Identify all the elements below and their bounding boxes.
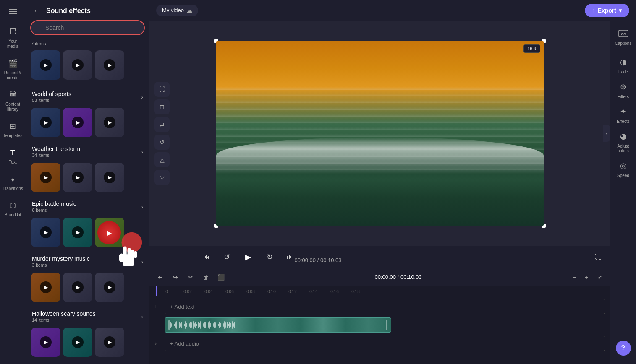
sidebar-item-your-media[interactable]: 🎞 Your media — [1, 23, 25, 52]
sound-thumb[interactable]: ▶ — [95, 163, 124, 192]
sound-thumb[interactable]: ▶ — [31, 328, 60, 357]
filters-panel-item[interactable]: ⊕ Filters — [612, 78, 635, 102]
fullscreen-toggle-button[interactable]: ⛶ — [154, 82, 170, 97]
playhead[interactable] — [156, 286, 157, 296]
play-button[interactable]: ▶ — [240, 249, 256, 265]
sidebar-item-brand-kit[interactable]: ⬡ Brand kit — [1, 196, 25, 221]
category-thumbnails: ▶ ▶ ▶ — [29, 326, 146, 361]
sound-thumb[interactable]: ▶ — [63, 218, 92, 247]
wave-bar — [204, 322, 205, 328]
video-clip[interactable] — [165, 317, 391, 333]
wave-bar — [222, 322, 222, 328]
category-world-of-sports: World of sports 53 items › ▶ ▶ ▶ — [29, 87, 146, 141]
undo-button[interactable]: ↩ — [154, 271, 166, 283]
sidebar-item-record-create[interactable]: 🎬 Record & create — [1, 54, 25, 84]
category-info: Murder mystery music 3 items — [32, 255, 90, 268]
save-button[interactable]: ⬛ — [215, 271, 227, 283]
flip-v-button[interactable]: ▽ — [154, 170, 170, 185]
redo-button[interactable]: ↪ — [170, 271, 181, 283]
sidebar-item-transitions[interactable]: ⬧ Transitions — [1, 170, 25, 195]
sidebar-item-text[interactable]: T Text — [1, 143, 25, 168]
divider — [615, 51, 632, 51]
wave-bar — [183, 322, 183, 328]
wave-bar — [233, 323, 234, 327]
category-header[interactable]: Epic battle music 6 items › — [29, 197, 146, 216]
wave-bar — [196, 324, 197, 326]
cut-button[interactable]: ✂ — [185, 271, 196, 283]
play-icon: ▶ — [104, 336, 115, 348]
sound-thumb[interactable]: ▶ — [95, 328, 124, 357]
speed-icon: ◎ — [618, 160, 629, 172]
add-audio-button[interactable]: + Add audio — [165, 336, 605, 351]
back-button[interactable]: ← — [31, 5, 43, 17]
hamburger-button[interactable] — [1, 3, 25, 20]
rewind-button[interactable]: ↺ — [220, 250, 233, 264]
sidebar-item-templates[interactable]: ⊞ Templates — [1, 117, 25, 142]
position-button[interactable]: △ — [154, 152, 170, 167]
zoom-in-button[interactable]: + — [581, 272, 592, 282]
time-display: 00:00.00 / 00:10.03 — [294, 257, 341, 263]
sound-thumb[interactable]: ▶ — [31, 273, 60, 302]
clip-handle-right[interactable] — [386, 320, 387, 330]
category-count: 53 items — [32, 98, 71, 103]
category-name: Murder mystery music — [32, 255, 90, 262]
playing-indicator[interactable]: ▶ — [97, 221, 121, 244]
sound-thumb-playing[interactable]: ▶ — [95, 218, 124, 247]
sound-thumb[interactable]: ▶ — [95, 108, 124, 137]
filters-label: Filters — [618, 94, 629, 99]
crop-button[interactable]: ⊡ — [154, 99, 170, 114]
sound-thumb[interactable]: ▶ — [31, 218, 60, 247]
wave-bar — [229, 322, 230, 328]
expand-timeline-button[interactable]: ⤢ — [595, 272, 605, 282]
forward-button[interactable]: ↻ — [263, 250, 276, 264]
wave-bar — [179, 322, 180, 328]
fullscreen-button[interactable]: ⛶ — [595, 253, 602, 261]
category-header[interactable]: World of sports 53 items › — [29, 87, 146, 106]
sound-thumb[interactable]: ▶ — [31, 50, 60, 80]
sound-thumb[interactable]: ▶ — [63, 273, 92, 302]
sound-thumb[interactable]: ▶ — [95, 50, 124, 80]
wave-bar — [186, 323, 187, 327]
wave-bar — [232, 321, 233, 329]
zoom-out-button[interactable]: − — [570, 272, 580, 282]
speed-panel-item[interactable]: ◎ Speed — [612, 156, 635, 181]
wave-bar — [234, 322, 235, 328]
sound-thumb[interactable]: ▶ — [31, 108, 60, 137]
sound-thumb[interactable]: ▶ — [31, 163, 60, 192]
collapse-right-panel-button[interactable]: ‹ — [603, 125, 610, 142]
category-header[interactable]: Halloween scary sounds 14 items › — [29, 307, 146, 326]
wave-bar — [175, 322, 176, 328]
flip-button[interactable]: ⇄ — [154, 117, 170, 132]
my-video-tab[interactable]: My video ☁ — [156, 5, 198, 16]
category-info: Epic battle music 6 items — [32, 200, 76, 213]
skip-back-button[interactable]: ⏮ — [200, 250, 213, 264]
delete-button[interactable]: 🗑 — [200, 271, 212, 283]
add-text-button[interactable]: + Add text — [165, 299, 605, 314]
wave-bar — [173, 322, 173, 328]
sound-thumb[interactable]: ▶ — [95, 273, 124, 302]
export-button[interactable]: ↑ Export ▾ — [585, 4, 629, 17]
sound-thumb[interactable]: ▶ — [63, 163, 92, 192]
wave-bar — [171, 323, 172, 327]
wave-bar — [188, 322, 188, 328]
category-name: Halloween scary sounds — [32, 310, 96, 317]
sidebar-item-label: Templates — [3, 133, 23, 138]
sidebar-item-content-library[interactable]: 🏛 Content library — [1, 86, 25, 115]
help-button[interactable]: ? — [616, 341, 631, 356]
sound-thumb[interactable]: ▶ — [63, 50, 92, 80]
category-header[interactable]: Murder mystery music 3 items › — [29, 252, 146, 271]
sound-thumb[interactable]: ▶ — [63, 108, 92, 137]
captions-panel-item[interactable]: CC Captions — [612, 24, 635, 49]
sound-thumb[interactable]: ▶ — [63, 328, 92, 357]
category-header[interactable]: Get cozy 2 items › — [29, 362, 146, 364]
first-section: 7 items ▶ ▶ ▶ — [29, 39, 146, 84]
effects-panel-item[interactable]: ✦ Effects — [612, 102, 635, 127]
fade-panel-item[interactable]: ◑ Fade — [612, 53, 635, 78]
search-input[interactable] — [30, 20, 145, 35]
export-label: Export — [598, 7, 616, 14]
adjust-colors-panel-item[interactable]: ◕ Adjust colors — [612, 127, 635, 156]
video-preview[interactable] — [216, 41, 544, 226]
aspect-ratio-badge: 16:9 — [523, 44, 540, 53]
rotate-button[interactable]: ↺ — [154, 135, 170, 150]
category-header[interactable]: Weather the storm 34 items › — [29, 142, 146, 161]
